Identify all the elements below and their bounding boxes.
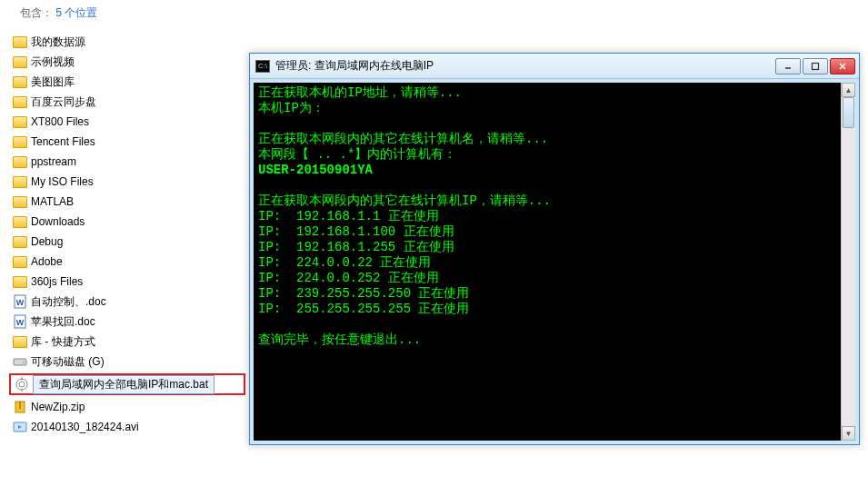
file-label: Debug <box>31 235 63 248</box>
console-line: 查询完毕，按任意键退出... <box>258 332 851 348</box>
list-item[interactable]: Debug <box>9 232 245 252</box>
list-item[interactable]: My ISO Files <box>9 172 245 192</box>
console-line: IP: 239.255.255.250 正在使用 <box>258 286 851 302</box>
console-line: IP: 255.255.255.255 正在使用 <box>258 302 851 317</box>
file-label: 苹果找回.doc <box>31 314 95 330</box>
vertical-scrollbar[interactable]: ▲ ▼ <box>841 83 855 441</box>
console-titlebar[interactable]: C:\ 管理员: 查询局域网内在线电脑IP <box>250 54 859 79</box>
folder-icon <box>13 254 27 269</box>
file-label: 查询局域网内全部电脑IP和mac.bat <box>33 375 215 394</box>
folder-icon <box>13 194 27 209</box>
console-line <box>258 317 851 332</box>
svg-text:W: W <box>16 318 25 327</box>
folder-icon <box>13 274 27 289</box>
folder-icon <box>13 214 27 229</box>
console-line: IP: 192.168.1.255 正在使用 <box>258 240 851 255</box>
file-label: Adobe <box>31 255 63 268</box>
svg-point-7 <box>19 382 25 387</box>
file-label: MATLAB <box>31 195 74 208</box>
list-item[interactable]: 美图图库 <box>9 72 245 92</box>
console-line: IP: 192.168.1.1 正在使用 <box>258 209 851 224</box>
video-icon <box>13 420 27 434</box>
scroll-down-button[interactable]: ▼ <box>842 426 855 441</box>
list-item[interactable]: 示例视频 <box>9 52 245 72</box>
zip-icon <box>13 400 27 414</box>
file-label: XT800 Files <box>31 115 89 128</box>
file-label: ppstream <box>31 155 76 168</box>
console-line: 正在获取本机的IP地址，请稍等... <box>258 85 851 101</box>
list-item[interactable]: 20140130_182424.avi <box>9 417 245 437</box>
svg-text:W: W <box>16 298 25 307</box>
cmd-icon: C:\ <box>255 60 270 73</box>
file-label: 百度云同步盘 <box>31 94 96 110</box>
word-doc-icon: W <box>13 314 27 329</box>
list-item[interactable]: Adobe <box>9 252 245 272</box>
console-line <box>258 116 851 132</box>
console-line: IP: 224.0.0.22 正在使用 <box>258 255 851 271</box>
list-item[interactable]: 360js Files <box>9 272 245 292</box>
scroll-thumb[interactable] <box>843 97 854 128</box>
folder-icon <box>13 114 27 129</box>
list-item[interactable]: W苹果找回.doc <box>9 312 245 332</box>
file-label: Tencent Files <box>31 135 95 148</box>
folder-icon <box>13 334 27 349</box>
folder-icon <box>13 154 27 169</box>
file-label: 20140130_182424.avi <box>31 421 139 433</box>
batch-file-icon <box>15 377 29 392</box>
maximize-button[interactable] <box>803 58 828 74</box>
console-line: 正在获取本网段内的其它在线计算机IP，请稍等... <box>258 193 851 209</box>
drive-icon <box>13 354 27 369</box>
window-controls <box>775 58 855 74</box>
file-label: 可移动磁盘 (G) <box>31 354 105 370</box>
scroll-track[interactable] <box>842 97 855 426</box>
console-title: 管理员: 查询局域网内在线电脑IP <box>275 58 770 74</box>
file-label: Downloads <box>31 215 85 228</box>
file-label: My ISO Files <box>31 175 94 188</box>
folder-icon <box>13 94 27 109</box>
list-item[interactable]: MATLAB <box>9 192 245 212</box>
list-item[interactable]: NewZip.zip <box>9 397 245 417</box>
folder-icon <box>13 55 27 69</box>
svg-rect-15 <box>813 63 819 69</box>
explorer-panel: 包含： 5 个位置 我的数据源示例视频美图图库百度云同步盘XT800 Files… <box>0 0 245 437</box>
list-item[interactable]: 我的数据源 <box>9 32 245 52</box>
header-count: 5 个位置 <box>55 6 97 19</box>
console-line: IP: 224.0.0.252 正在使用 <box>258 271 851 286</box>
console-line: IP: 192.168.1.100 正在使用 <box>258 224 851 240</box>
header-prefix: 包含： <box>20 6 53 19</box>
svg-rect-11 <box>19 402 21 409</box>
list-item[interactable]: 可移动磁盘 (G) <box>9 352 245 372</box>
file-label: 美图图库 <box>31 74 75 90</box>
file-list: 我的数据源示例视频美图图库百度云同步盘XT800 FilesTencent Fi… <box>9 32 245 437</box>
console-line: 本机IP为： <box>258 101 851 116</box>
list-item[interactable]: 百度云同步盘 <box>9 92 245 112</box>
file-label: 示例视频 <box>31 55 75 70</box>
svg-point-5 <box>23 362 25 363</box>
file-label: 360js Files <box>31 275 83 288</box>
console-line <box>258 178 851 193</box>
console-window: C:\ 管理员: 查询局域网内在线电脑IP 正在获取本机的IP地址，请稍等...… <box>249 53 860 445</box>
scroll-up-button[interactable]: ▲ <box>842 83 855 97</box>
file-label: NewZip.zip <box>31 401 85 413</box>
highlighted-file[interactable]: 查询局域网内全部电脑IP和mac.bat <box>9 373 245 395</box>
list-item[interactable]: W自动控制、.doc <box>9 292 245 312</box>
list-item[interactable]: 库 - 快捷方式 <box>9 332 245 352</box>
list-item[interactable]: Downloads <box>9 212 245 232</box>
console-line: 本网段【 .. .*】内的计算机有： <box>258 147 851 163</box>
close-button[interactable] <box>830 58 855 74</box>
explorer-header: 包含： 5 个位置 <box>9 4 245 26</box>
list-item[interactable]: Tencent Files <box>9 132 245 152</box>
file-label: 我的数据源 <box>31 35 85 50</box>
folder-icon <box>13 174 27 189</box>
folder-icon <box>13 234 27 249</box>
file-label: 库 - 快捷方式 <box>31 334 95 350</box>
console-line: USER-20150901YA <box>258 163 851 178</box>
folder-icon <box>13 134 27 149</box>
minimize-button[interactable] <box>775 58 801 74</box>
console-output: 正在获取本机的IP地址，请稍等...本机IP为： 正在获取本网段内的其它在线计算… <box>254 83 855 441</box>
list-item[interactable]: XT800 Files <box>9 112 245 132</box>
folder-icon <box>13 35 27 49</box>
list-item[interactable]: ppstream <box>9 152 245 172</box>
svg-point-6 <box>16 379 27 390</box>
word-doc-icon: W <box>13 294 27 309</box>
